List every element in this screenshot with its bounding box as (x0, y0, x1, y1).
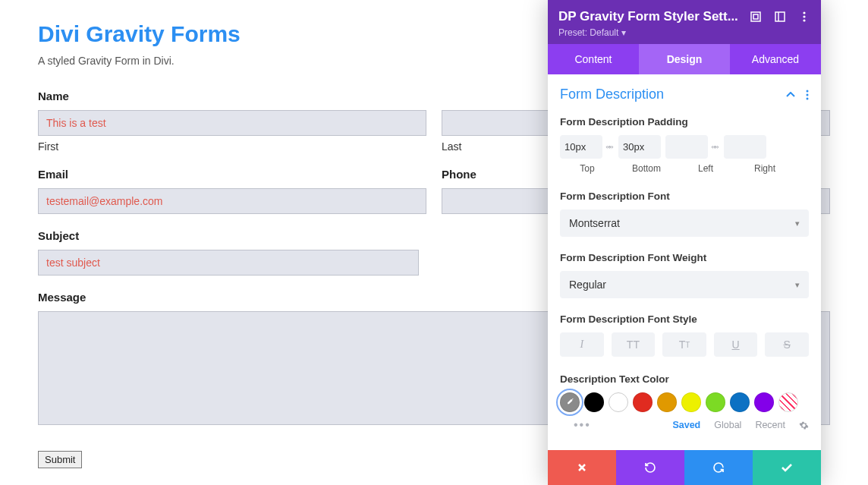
save-button[interactable] (753, 450, 821, 485)
more-dots-icon[interactable]: ••• (574, 418, 591, 432)
padding-right-input[interactable] (724, 135, 766, 159)
padding-bottom-input[interactable] (618, 135, 661, 159)
collapse-icon[interactable] (786, 92, 795, 98)
pad-right-label: Right (737, 163, 792, 174)
svg-point-7 (807, 90, 809, 92)
italic-button[interactable]: I (560, 332, 604, 357)
panel-tabs: Content Design Advanced (548, 44, 821, 74)
subject-input[interactable] (38, 250, 419, 276)
link-icon[interactable]: ⥈ (605, 141, 614, 153)
weight-select[interactable]: Regular ▾ (560, 271, 809, 298)
section-menu-icon[interactable] (806, 90, 809, 100)
email-label: Email (38, 168, 426, 181)
smallcaps-button[interactable]: TT (662, 332, 706, 357)
color-swatch-yellow[interactable] (681, 392, 701, 412)
panel-footer (548, 450, 821, 485)
svg-rect-2 (775, 12, 785, 21)
font-value: Montserrat (569, 217, 620, 229)
padding-top-input[interactable] (560, 135, 602, 159)
pad-bottom-label: Bottom (619, 163, 674, 174)
svg-rect-0 (751, 12, 760, 21)
color-tab-recent[interactable]: Recent (755, 420, 785, 430)
color-picker-button[interactable] (560, 392, 580, 412)
submit-button[interactable]: Submit (38, 451, 82, 468)
color-swatch-blue[interactable] (730, 392, 750, 412)
style-label: Form Description Font Style (560, 313, 809, 325)
pad-top-label: Top (560, 163, 615, 174)
preset-label[interactable]: Preset: Default ▾ (558, 27, 810, 38)
color-swatch-red[interactable] (633, 392, 653, 412)
panel-title: DP Gravity Form Styler Sett... (558, 9, 750, 24)
cancel-button[interactable] (548, 450, 616, 485)
color-swatch-green[interactable] (706, 392, 725, 412)
tab-content[interactable]: Content (548, 44, 639, 74)
first-sublabel: First (38, 140, 426, 153)
chevron-down-icon: ▾ (795, 219, 800, 228)
color-swatch-purple[interactable] (754, 392, 774, 412)
color-swatch-white[interactable] (609, 392, 628, 412)
link-icon[interactable]: ⥈ (711, 141, 719, 153)
weight-value: Regular (569, 279, 606, 291)
kebab-menu-icon[interactable] (798, 11, 810, 23)
svg-point-6 (803, 19, 805, 21)
weight-label: Form Description Font Weight (560, 252, 809, 263)
redo-button[interactable] (684, 450, 753, 485)
gear-icon[interactable] (799, 420, 809, 430)
underline-button[interactable]: U (714, 332, 758, 357)
email-input[interactable] (38, 188, 426, 214)
uppercase-button[interactable]: TT (612, 332, 656, 357)
panel-header: DP Gravity Form Styler Sett... Preset: D… (548, 0, 821, 44)
svg-point-9 (807, 97, 809, 99)
color-tab-saved[interactable]: Saved (672, 420, 700, 430)
tab-advanced[interactable]: Advanced (730, 44, 821, 74)
font-label: Form Description Font (560, 191, 809, 202)
tab-design[interactable]: Design (639, 44, 730, 74)
color-swatch-orange[interactable] (657, 392, 677, 412)
chevron-down-icon: ▾ (795, 280, 800, 290)
color-swatch-black[interactable] (584, 392, 604, 412)
padding-label: Form Description Padding (560, 116, 809, 128)
color-swatches (560, 392, 809, 412)
responsive-icon[interactable] (774, 11, 786, 23)
first-name-input[interactable] (38, 110, 426, 136)
panel-body: Form Description Form Description Paddin… (548, 74, 821, 450)
svg-rect-1 (753, 14, 758, 19)
pad-left-label: Left (678, 163, 733, 174)
svg-point-4 (803, 11, 805, 14)
section-title: Form Description (560, 87, 664, 102)
color-swatch-none[interactable] (778, 392, 798, 412)
undo-button[interactable] (616, 450, 684, 485)
font-select[interactable]: Montserrat ▾ (560, 209, 809, 237)
svg-point-8 (807, 93, 809, 96)
padding-left-input[interactable] (665, 135, 708, 159)
expand-icon[interactable] (750, 11, 762, 23)
settings-panel: DP Gravity Form Styler Sett... Preset: D… (548, 0, 821, 485)
strike-button[interactable]: S (765, 332, 809, 357)
section-header[interactable]: Form Description (560, 87, 809, 102)
svg-point-5 (803, 15, 805, 17)
color-tab-global[interactable]: Global (714, 420, 741, 430)
color-label: Description Text Color (560, 373, 809, 385)
